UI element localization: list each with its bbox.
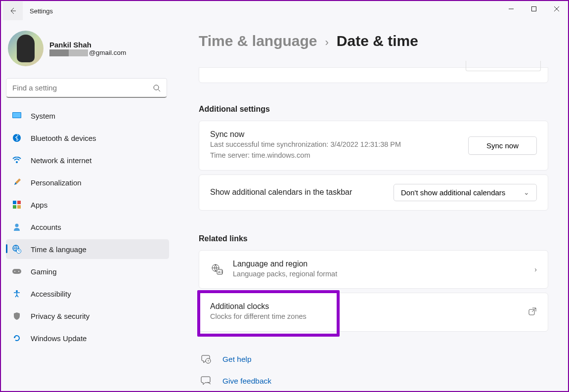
nav-list: System Bluetooth & devices Network & int… [5, 106, 170, 348]
svg-rect-7 [13, 113, 21, 118]
close-icon [554, 6, 560, 12]
arrow-left-icon [9, 7, 17, 15]
sidebar-item-label: Accounts [31, 223, 61, 231]
svg-text:A字: A字 [218, 270, 223, 274]
give-feedback-label: Give feedback [222, 377, 271, 386]
user-block[interactable]: Pankil Shah @gmail.com [5, 26, 170, 75]
svg-rect-13 [17, 205, 21, 209]
svg-rect-1 [532, 7, 536, 11]
globe-translate-icon: A字 [210, 262, 224, 276]
app-title: Settings [30, 7, 53, 15]
sidebar-item-system[interactable]: System [6, 106, 169, 126]
shield-icon [12, 311, 22, 321]
main-content: Time & language › Date & time Additional… [172, 21, 568, 391]
svg-point-20 [16, 290, 18, 292]
sidebar-item-label: Bluetooth & devices [31, 134, 96, 142]
apps-icon [12, 200, 22, 210]
svg-point-14 [15, 224, 19, 227]
accessibility-icon [12, 289, 22, 299]
sidebar-item-apps[interactable]: Apps [6, 195, 169, 215]
sidebar-item-label: Privacy & security [31, 312, 89, 320]
give-feedback-link[interactable]: Give feedback [199, 370, 548, 391]
sidebar-item-label: Personalization [31, 178, 82, 187]
sidebar-item-windows-update[interactable]: Windows Update [6, 328, 169, 348]
chevron-down-icon: ⌄ [524, 188, 529, 196]
wifi-icon [12, 155, 22, 165]
back-button[interactable] [3, 1, 23, 20]
svg-point-18 [14, 271, 15, 272]
avatar [8, 31, 44, 66]
sidebar-item-label: Network & internet [31, 156, 91, 165]
breadcrumb: Time & language › Date & time [199, 33, 548, 49]
sidebar-item-accounts[interactable]: Accounts [6, 217, 169, 237]
globe-clock-icon [12, 244, 22, 254]
svg-point-19 [18, 271, 19, 272]
sidebar-item-gaming[interactable]: Gaming [6, 261, 169, 281]
calendars-card: Show additional calendars in the taskbar… [199, 174, 548, 211]
sidebar-item-bluetooth[interactable]: Bluetooth & devices [6, 128, 169, 148]
additional-clocks-card[interactable]: Additional clocks Clocks for different t… [199, 293, 548, 331]
update-icon [12, 333, 22, 343]
breadcrumb-parent[interactable]: Time & language [199, 33, 317, 49]
sync-card: Sync now Last successful time synchroniz… [199, 121, 548, 171]
section-title-additional: Additional settings [199, 105, 548, 114]
get-help-link[interactable]: ? Get help [199, 348, 548, 370]
sidebar-item-time-language[interactable]: Time & language [6, 239, 169, 259]
additional-clocks-sub: Clocks for different time zones [210, 311, 519, 322]
sidebar-item-personalization[interactable]: Personalization [6, 173, 169, 192]
svg-rect-11 [17, 201, 21, 204]
sidebar-item-label: Gaming [31, 267, 57, 276]
search-icon [153, 84, 161, 92]
dropdown-selected: Don't show additional calendars [401, 188, 505, 197]
section-title-related: Related links [199, 234, 548, 243]
svg-point-4 [154, 85, 159, 90]
svg-text:?: ? [207, 359, 209, 363]
svg-rect-17 [12, 269, 21, 274]
lang-region-title: Language and region [233, 260, 525, 268]
gamepad-icon [12, 266, 22, 276]
sidebar: Pankil Shah @gmail.com System Bluetooth … [1, 21, 172, 391]
sidebar-item-label: Apps [31, 201, 47, 209]
person-icon [12, 222, 22, 232]
calendars-dropdown[interactable]: Don't show additional calendars ⌄ [394, 184, 537, 201]
additional-clocks-title: Additional clocks [210, 302, 519, 311]
calendars-label: Show additional calendars in the taskbar [210, 188, 385, 197]
sync-last-line: Last successful time synchronization: 3/… [210, 139, 459, 150]
sidebar-item-network[interactable]: Network & internet [6, 150, 169, 170]
search-box[interactable] [6, 78, 167, 98]
user-name: Pankil Shah [49, 41, 126, 49]
svg-rect-12 [13, 205, 16, 209]
minimize-icon [508, 6, 514, 12]
maximize-button[interactable] [523, 1, 545, 17]
system-icon [12, 111, 22, 121]
svg-point-9 [16, 161, 18, 163]
svg-line-5 [158, 89, 160, 91]
get-help-label: Get help [222, 355, 252, 364]
sync-title: Sync now [210, 130, 459, 139]
window-controls [500, 1, 568, 17]
sidebar-item-privacy[interactable]: Privacy & security [6, 306, 169, 326]
svg-rect-10 [13, 201, 16, 204]
help-icon: ? [201, 353, 213, 365]
language-region-card[interactable]: A字 Language and region Language packs, r… [199, 250, 548, 289]
external-link-icon [528, 307, 537, 318]
maximize-icon [531, 6, 537, 12]
card-partial-top [199, 67, 548, 83]
sidebar-item-label: System [31, 112, 55, 120]
breadcrumb-current: Date & time [337, 33, 418, 49]
sidebar-item-label: Windows Update [31, 334, 87, 343]
sidebar-item-accessibility[interactable]: Accessibility [6, 284, 169, 304]
feedback-icon [201, 375, 213, 387]
redacted-email-local [49, 49, 88, 56]
close-button[interactable] [545, 1, 568, 17]
paintbrush-icon [12, 177, 22, 187]
sidebar-item-label: Accessibility [31, 290, 71, 298]
sync-now-button[interactable]: Sync now [468, 136, 537, 155]
user-email: @gmail.com [49, 49, 126, 56]
bluetooth-icon [12, 133, 22, 143]
minimize-button[interactable] [500, 1, 523, 17]
search-input[interactable] [12, 84, 153, 92]
lang-region-sub: Language packs, regional format [233, 268, 525, 279]
titlebar: Settings [1, 1, 568, 21]
chevron-right-icon: › [325, 36, 329, 49]
